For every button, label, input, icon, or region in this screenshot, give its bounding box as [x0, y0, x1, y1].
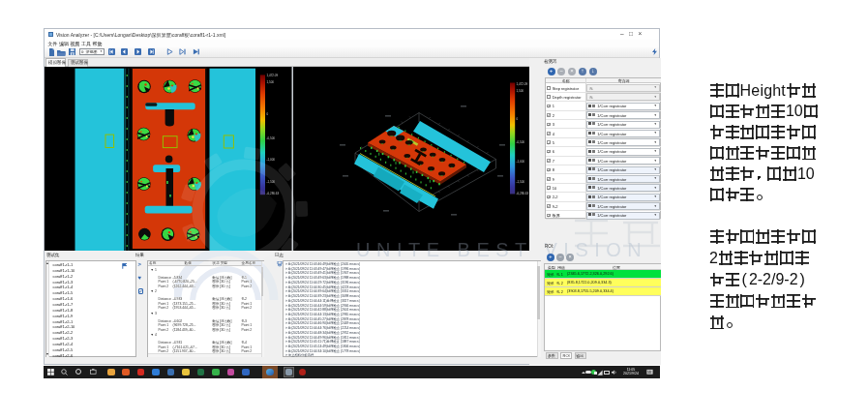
svg-text:1,472.09: 1,472.09	[517, 82, 528, 86]
svg-text:1,500: 1,500	[267, 80, 275, 84]
svg-text:-0,500: -0,500	[517, 140, 525, 144]
svg-text:-1,000: -1,000	[517, 160, 525, 164]
svg-text:-6,286.63: -6,286.63	[517, 191, 529, 195]
svg-text:1,500: 1,500	[517, 88, 524, 92]
svg-text:-1,000: -1,000	[267, 157, 276, 161]
svg-text:-6,286.63: -6,286.63	[267, 192, 280, 195]
svg-text:-0,500: -0,500	[267, 136, 276, 140]
svg-text:-1,500: -1,500	[517, 180, 525, 184]
svg-text:1,472.09: 1,472.09	[267, 74, 279, 77]
svg-text:-1,500: -1,500	[267, 179, 276, 183]
